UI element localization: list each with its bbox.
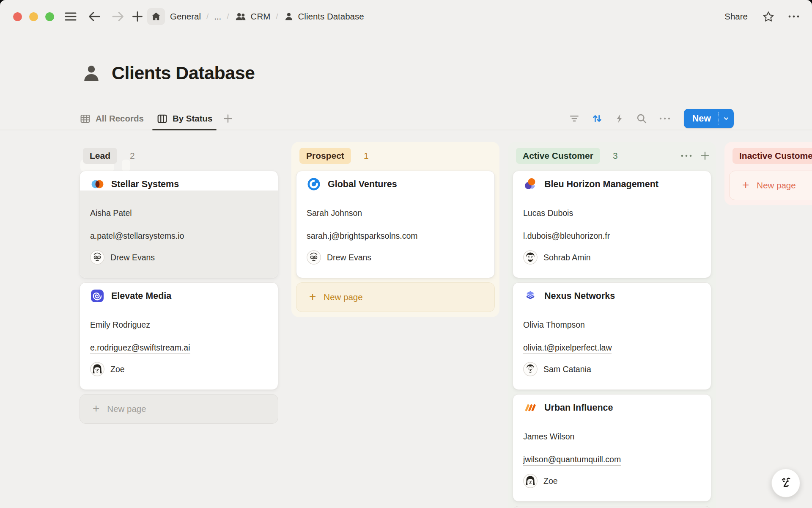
tab-label: By Status bbox=[173, 113, 213, 124]
card-nexus-networks[interactable]: Nexus NetworksOlivia Thompsonolivia.t@pi… bbox=[513, 282, 711, 390]
minimize-window-button[interactable] bbox=[29, 12, 38, 21]
new-button-dropdown[interactable] bbox=[718, 112, 734, 125]
status-badge-inactive-customer[interactable]: Inactive Customer bbox=[732, 148, 812, 164]
card-stellar-systems[interactable]: Stellar SystemsAisha Patela.patel@stella… bbox=[80, 171, 278, 278]
card-owner-name: Drew Evans bbox=[327, 253, 371, 262]
orb-duo-icon bbox=[523, 177, 538, 191]
window-controls bbox=[13, 12, 54, 21]
card-company-name: Urban Influence bbox=[544, 403, 613, 413]
card-owner-row: Sam Catania bbox=[523, 361, 701, 378]
person-icon bbox=[284, 11, 294, 22]
email-text[interactable]: a.patel@stellarsystems.io bbox=[90, 231, 184, 242]
page-header: Clients Database bbox=[81, 63, 255, 83]
sort-button[interactable] bbox=[591, 112, 604, 125]
email-text[interactable]: olivia.t@pixelperfect.law bbox=[523, 343, 612, 354]
plus-icon: + bbox=[93, 403, 99, 414]
card-company-row: Nexus Networks bbox=[523, 287, 701, 305]
more-options-button[interactable] bbox=[787, 10, 801, 23]
plus-icon: + bbox=[742, 179, 749, 191]
card-urban-influence[interactable]: Urban InfluenceJames Wilsonjwilson@quant… bbox=[513, 394, 711, 502]
notion-window: General / ... / CRM / bbox=[0, 0, 812, 508]
new-record-button[interactable]: New bbox=[684, 109, 734, 128]
email-text[interactable]: sarah.j@brightsparksolns.com bbox=[307, 231, 418, 242]
card-bleu-horizon-management[interactable]: Bleu Horizon ManagementLucas Duboisl.dub… bbox=[513, 171, 711, 278]
email-text[interactable]: l.dubois@bleuhorizon.fr bbox=[523, 231, 610, 242]
column-add-card-button[interactable] bbox=[699, 149, 711, 162]
automations-button[interactable] bbox=[614, 113, 625, 124]
plus-icon bbox=[132, 11, 143, 22]
card-owner-name: Zoe bbox=[543, 476, 558, 486]
column-header-ghost bbox=[122, 160, 130, 171]
card-email-link: l.dubois@bleuhorizon.fr bbox=[523, 230, 701, 241]
diagonal-stripes-icon bbox=[523, 400, 538, 415]
new-page-button-inactive-customer[interactable]: +New page bbox=[729, 171, 812, 200]
layer-stack-icon bbox=[523, 289, 538, 303]
board-column-inactive-customer: Inactive Customer+New page bbox=[729, 146, 812, 200]
card-company-row: Global Ventures bbox=[307, 175, 484, 193]
status-badge-prospect[interactable]: Prospect bbox=[299, 148, 351, 164]
tab-all-records[interactable]: All Records bbox=[74, 107, 149, 130]
home-button[interactable] bbox=[147, 8, 165, 25]
card-company-name: Global Ventures bbox=[328, 179, 397, 190]
card-company-name: Elevate Media bbox=[111, 291, 171, 301]
tab-label: All Records bbox=[96, 113, 144, 124]
share-button[interactable]: Share bbox=[722, 10, 750, 23]
card-owner-name: Sohrab Amin bbox=[543, 253, 591, 262]
view-settings-button[interactable] bbox=[658, 113, 672, 124]
breadcrumb-item-clients-database[interactable]: Clients Database bbox=[284, 11, 364, 22]
sam-catania-avatar bbox=[523, 362, 538, 376]
new-page-button-active-customer[interactable]: +New page bbox=[513, 506, 711, 508]
back-button[interactable] bbox=[85, 8, 103, 25]
spiral-square-icon bbox=[90, 289, 104, 303]
card-elevate-media[interactable]: Elevate MediaEmily Rodrigueze.rodriguez@… bbox=[80, 282, 278, 390]
card-company-name: Stellar Systems bbox=[111, 179, 179, 190]
new-tab-button[interactable] bbox=[129, 8, 146, 25]
close-window-button[interactable] bbox=[13, 12, 22, 21]
breadcrumb-item-ellipsis[interactable]: ... bbox=[214, 11, 221, 22]
board-column-prospect: Prospect1Global VenturesSarah Johnsonsar… bbox=[296, 146, 495, 312]
column-header-active-customer: Active Customer3 bbox=[513, 146, 711, 166]
filter-button[interactable] bbox=[568, 113, 580, 124]
forward-arrow-icon bbox=[112, 11, 124, 22]
email-text[interactable]: e.rodriguez@swiftstream.ai bbox=[90, 343, 190, 354]
status-badge-lead[interactable]: Lead bbox=[83, 148, 117, 164]
new-page-button-lead[interactable]: +New page bbox=[80, 394, 278, 424]
card-company-row: Urban Influence bbox=[523, 399, 701, 417]
breadcrumb-separator: / bbox=[206, 12, 208, 21]
breadcrumb-label: CRM bbox=[251, 11, 271, 22]
titlebar-actions: Share bbox=[722, 0, 801, 33]
zoom-window-button[interactable] bbox=[45, 12, 54, 21]
card-company-name: Bleu Horizon Management bbox=[544, 179, 658, 190]
chevron-down-icon bbox=[722, 115, 730, 122]
card-company-row: Elevate Media bbox=[90, 287, 268, 305]
breadcrumb-item-general[interactable]: General bbox=[170, 11, 201, 22]
card-company-row: Bleu Horizon Management bbox=[523, 175, 701, 193]
notion-ai-button[interactable] bbox=[771, 469, 800, 497]
column-more-button[interactable] bbox=[679, 149, 694, 163]
plus-icon bbox=[222, 113, 233, 124]
forward-button[interactable] bbox=[109, 8, 127, 25]
plus-icon: + bbox=[309, 291, 316, 303]
column-more-icon bbox=[679, 149, 694, 163]
back-arrow-icon bbox=[88, 11, 101, 22]
new-page-button-prospect[interactable]: +New page bbox=[296, 282, 495, 312]
drew-evans-avatar bbox=[307, 250, 321, 265]
sidebar-toggle-button[interactable] bbox=[62, 8, 80, 25]
spiral-square-icon bbox=[90, 289, 104, 303]
new-page-label: New page bbox=[757, 180, 796, 190]
email-text[interactable]: jwilson@quantumquill.com bbox=[523, 455, 621, 466]
card-global-ventures[interactable]: Global VenturesSarah Johnsonsarah.j@brig… bbox=[296, 171, 495, 278]
breadcrumb-item-crm[interactable]: CRM bbox=[235, 11, 271, 22]
favorite-star-button[interactable] bbox=[762, 10, 775, 23]
tab-by-status[interactable]: By Status bbox=[151, 107, 218, 130]
zoe-avatar bbox=[90, 362, 104, 376]
card-contact-name: Aisha Patel bbox=[90, 207, 268, 218]
swirl-circle-icon bbox=[307, 177, 321, 191]
search-button[interactable] bbox=[636, 113, 647, 124]
card-email-link: e.rodriguez@swiftstream.ai bbox=[90, 342, 268, 353]
card-email-link: jwilson@quantumquill.com bbox=[523, 454, 701, 465]
add-view-button[interactable] bbox=[222, 113, 233, 124]
hamburger-icon bbox=[64, 11, 77, 22]
status-badge-active-customer[interactable]: Active Customer bbox=[516, 148, 600, 164]
person-icon bbox=[81, 63, 102, 83]
